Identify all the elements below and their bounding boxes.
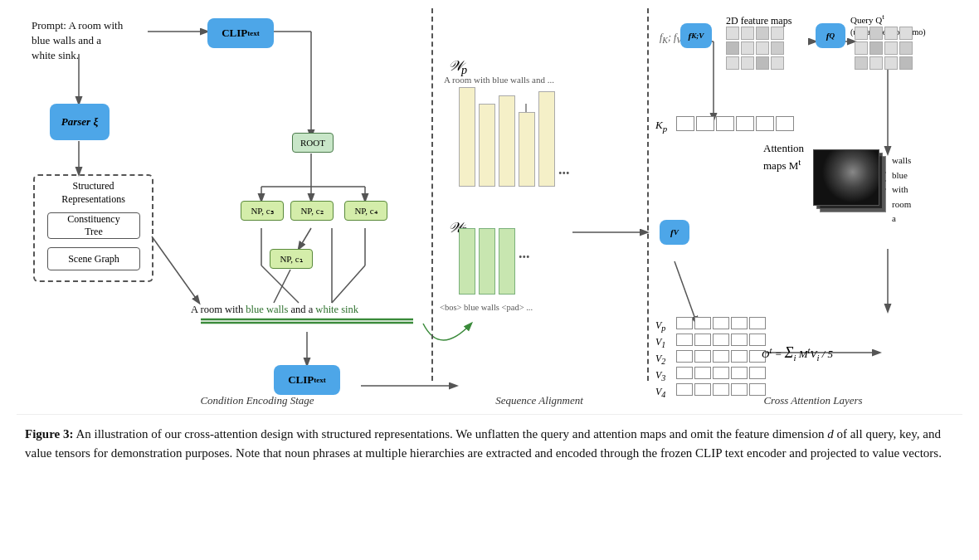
figure-caption-text: An illustration of our cross-attention d… [25,427,942,460]
constituency-tree-box: ConstituencyTree [47,212,140,239]
svg-line-5 [152,236,199,303]
feature-maps-label: 2D feature maps [726,15,791,27]
svg-line-18 [274,270,290,303]
query-grid [855,27,913,70]
tree-root: ROOT [292,133,334,153]
vp-row-label: Vp [655,319,665,333]
scene-graph-box: Scene Graph [47,247,140,270]
tree-np-c3: NP, c₃ [241,201,284,221]
prompt-text: Prompt: A room withblue walls and awhite… [32,18,123,64]
bos-text: <bos> blue walls <pad> ... [440,303,533,312]
w2-columns: ··· [459,228,530,295]
feature-maps-grid [726,27,784,70]
structured-repr-label: StructuredRepresentations [35,176,152,208]
vp-row [676,317,766,329]
svg-line-17 [332,265,365,303]
section-cross-attention: Cross Attention Layers [647,394,979,407]
v2-row-label: V2 [655,353,665,366]
tree-np-c4: NP, c₄ [344,201,387,221]
sentence-text: A room with blue walls and a white sink [191,304,358,316]
structured-repr-box: StructuredRepresentations ConstituencyTr… [33,174,153,282]
fk-fv-box: fK;V [680,23,712,48]
wp-columns: ··· [459,87,570,187]
svg-line-35 [675,261,697,324]
section-condition-encoding: Condition Encoding Stage [83,394,431,407]
attn-maps-label: Attentionmaps Mt [763,141,804,174]
fq-box: fQ [816,23,845,48]
section-sequence-alignment: Sequence Alignment [431,394,647,407]
wp-sequence-text: A room with blue walls and ... [444,75,577,85]
tree-np-c2: NP, c₂ [290,201,334,221]
output-formula: Ot = Σi MtVi / 5 [762,344,833,363]
parser-box: Parser ξ [50,104,110,140]
v3-row-label: V3 [655,369,665,382]
kp-row [676,116,794,131]
clip-text-top: CLIPtext [207,18,274,48]
svg-line-12 [299,228,311,249]
kp-label: Kp [655,119,667,134]
clip-text-bottom: CLIPtext [274,365,340,395]
divider-1 [431,8,433,381]
divider-2 [647,8,649,381]
svg-line-15 [261,265,299,303]
fv-box: fV [660,220,689,245]
caption-area: Figure 3: An illustration of our cross-a… [17,415,962,462]
figure-caption-bold: Figure 3: [25,427,73,441]
fk-fv-label: fK; fV [660,32,681,45]
tree-np-c1: NP, c₁ [270,249,313,269]
diagram-area: Prompt: A room withblue walls and awhite… [17,8,962,415]
main-container: Prompt: A room withblue walls and awhite… [0,0,979,560]
attn-side-labels: wallsbluewithrooma [892,153,911,226]
v1-row-label: V1 [655,336,665,349]
